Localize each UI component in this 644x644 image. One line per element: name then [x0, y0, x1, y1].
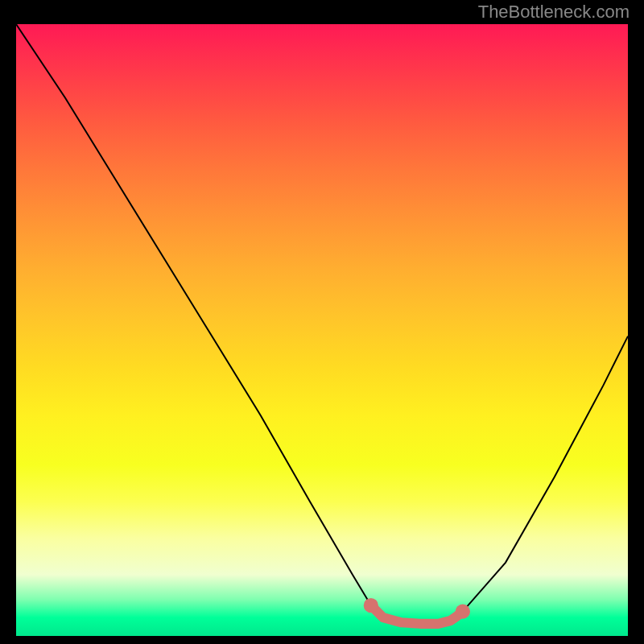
highlight-segment	[371, 605, 463, 624]
watermark-text: TheBottleneck.com	[478, 2, 630, 23]
highlight-dot	[456, 604, 470, 618]
chart-svg	[16, 24, 628, 636]
main-curve	[16, 24, 628, 624]
plot-area	[16, 24, 628, 636]
highlight-dot	[364, 598, 378, 613]
